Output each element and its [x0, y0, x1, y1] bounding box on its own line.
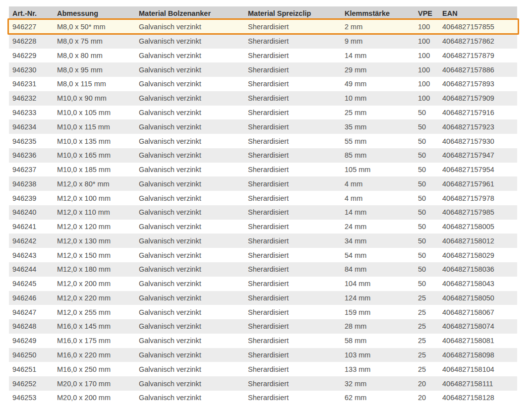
cell-ean: 4064827158029 — [439, 248, 517, 262]
table-row-946231[interactable]: 946231M8,0 x 115 mmGalvanisch verzinktSh… — [9, 77, 517, 91]
cell-abmessung: M16,0 x 145 mm — [54, 319, 135, 334]
cell-ean: 4064827157978 — [439, 191, 517, 205]
cell-abmessung: M12,0 x 200 mm — [54, 277, 135, 291]
cell-vpe: 50 — [414, 119, 439, 134]
cell-vpe: 50 — [414, 277, 439, 291]
cell-art_nr: 946228 — [9, 34, 54, 49]
table-row-946230[interactable]: 946230M8,0 x 95 mmGalvanisch verzinktShe… — [9, 62, 517, 77]
cell-ean: 4064827157893 — [439, 77, 517, 91]
cell-abmessung: M10,0 x 105 mm — [54, 106, 135, 120]
cell-art_nr: 946236 — [9, 148, 54, 163]
cell-ean: 4064827157909 — [439, 91, 517, 106]
cell-material_bolzenanker: Galvanisch verzinkt — [135, 262, 244, 277]
cell-abmessung: M12,0 x 80* mm — [54, 176, 135, 191]
column-header-material_bolzenanker: Material Bolzenanker — [135, 6, 244, 20]
cell-vpe: 100 — [414, 34, 439, 49]
cell-material_spreizclip: Sherardisiert — [244, 348, 341, 362]
column-header-ean: EAN — [439, 6, 517, 20]
cell-art_nr: 946235 — [9, 134, 54, 148]
table-row-946247[interactable]: 946247M12,0 x 255 mmGalvanisch verzinktS… — [9, 305, 517, 319]
cell-material_spreizclip: Sherardisiert — [244, 277, 341, 291]
cell-ean: 4064827157947 — [439, 148, 517, 163]
cell-klemmstaerke: 14 mm — [341, 205, 414, 220]
cell-art_nr: 946246 — [9, 291, 54, 305]
cell-art_nr: 946240 — [9, 205, 54, 220]
table-row-946242[interactable]: 946242M12,0 x 130 mmGalvanisch verzinktS… — [9, 234, 517, 248]
table-row-946249[interactable]: 946249M16,0 x 175 mmGalvanisch verzinktS… — [9, 334, 517, 348]
cell-material_bolzenanker: Galvanisch verzinkt — [135, 234, 244, 248]
cell-material_spreizclip: Sherardisiert — [244, 49, 341, 63]
cell-abmessung: M10,0 x 185 mm — [54, 163, 135, 177]
table-row-946235[interactable]: 946235M10,0 x 135 mmGalvanisch verzinktS… — [9, 134, 517, 148]
cell-abmessung: M12,0 x 100 mm — [54, 191, 135, 205]
cell-klemmstaerke: 84 mm — [341, 262, 414, 277]
cell-abmessung: M10,0 x 165 mm — [54, 148, 135, 163]
cell-material_bolzenanker: Galvanisch verzinkt — [135, 277, 244, 291]
cell-abmessung: M12,0 x 150 mm — [54, 248, 135, 262]
cell-klemmstaerke: 35 mm — [341, 119, 414, 134]
cell-vpe: 100 — [414, 49, 439, 63]
cell-abmessung: M16,0 x 175 mm — [54, 334, 135, 348]
cell-art_nr: 946253 — [9, 391, 54, 405]
table-row-946252[interactable]: 946252M20,0 x 170 mmGalvanisch verzinktS… — [9, 376, 517, 391]
table-row-946245[interactable]: 946245M12,0 x 200 mmGalvanisch verzinktS… — [9, 277, 517, 291]
table-row-946228[interactable]: 946228M8,0 x 75 mmGalvanisch verzinktShe… — [9, 34, 517, 49]
table-row-946237[interactable]: 946237M10,0 x 185 mmGalvanisch verzinktS… — [9, 163, 517, 177]
cell-material_bolzenanker: Galvanisch verzinkt — [135, 248, 244, 262]
cell-material_bolzenanker: Galvanisch verzinkt — [135, 49, 244, 63]
table-row-946238[interactable]: 946238M12,0 x 80* mmGalvanisch verzinktS… — [9, 176, 517, 191]
table-row-946240[interactable]: 946240M12,0 x 110 mmGalvanisch verzinktS… — [9, 205, 517, 220]
cell-material_spreizclip: Sherardisiert — [244, 34, 341, 49]
cell-abmessung: M8,0 x 115 mm — [54, 77, 135, 91]
table-row-946241[interactable]: 946241M12,0 x 120 mmGalvanisch verzinktS… — [9, 220, 517, 234]
column-header-abmessung: Abmessung — [54, 6, 135, 20]
cell-material_spreizclip: Sherardisiert — [244, 234, 341, 248]
cell-material_spreizclip: Sherardisiert — [244, 376, 341, 391]
cell-abmessung: M16,0 x 250 mm — [54, 362, 135, 376]
cell-art_nr: 946241 — [9, 220, 54, 234]
cell-material_spreizclip: Sherardisiert — [244, 220, 341, 234]
table-row-946236[interactable]: 946236M10,0 x 165 mmGalvanisch verzinktS… — [9, 148, 517, 163]
table-row-946229[interactable]: 946229M8,0 x 80 mmGalvanisch verzinktShe… — [9, 49, 517, 63]
cell-material_bolzenanker: Galvanisch verzinkt — [135, 134, 244, 148]
cell-vpe: 25 — [414, 334, 439, 348]
cell-art_nr: 946248 — [9, 319, 54, 334]
cell-ean: 4064827157961 — [439, 176, 517, 191]
cell-ean: 4064827157886 — [439, 62, 517, 77]
cell-ean: 4064827157923 — [439, 119, 517, 134]
table-row-946233[interactable]: 946233M10,0 x 105 mmGalvanisch verzinktS… — [9, 106, 517, 120]
cell-material_spreizclip: Sherardisiert — [244, 248, 341, 262]
cell-vpe: 25 — [414, 362, 439, 376]
table-row-946248[interactable]: 946248M16,0 x 145 mmGalvanisch verzinktS… — [9, 319, 517, 334]
cell-material_spreizclip: Sherardisiert — [244, 319, 341, 334]
cell-art_nr: 946231 — [9, 77, 54, 91]
table-row-946246[interactable]: 946246M12,0 x 220 mmGalvanisch verzinktS… — [9, 291, 517, 305]
cell-abmessung: M12,0 x 130 mm — [54, 234, 135, 248]
cell-klemmstaerke: 24 mm — [341, 220, 414, 234]
cell-material_spreizclip: Sherardisiert — [244, 106, 341, 120]
cell-material_bolzenanker: Galvanisch verzinkt — [135, 106, 244, 120]
cell-ean: 4064827157862 — [439, 34, 517, 49]
cell-klemmstaerke: 124 mm — [341, 291, 414, 305]
table-row-946253[interactable]: 946253M20,0 x 200 mmGalvanisch verzinktS… — [9, 391, 517, 405]
table-row-946234[interactable]: 946234M10,0 x 115 mmGalvanisch verzinktS… — [9, 119, 517, 134]
cell-abmessung: M20,0 x 170 mm — [54, 376, 135, 391]
table-row-946251[interactable]: 946251M16,0 x 250 mmGalvanisch verzinktS… — [9, 362, 517, 376]
table-row-946227[interactable]: 946227M8,0 x 50* mmGalvanisch verzinktSh… — [9, 20, 517, 34]
column-header-vpe: VPE — [414, 6, 439, 20]
cell-ean: 4064827158043 — [439, 277, 517, 291]
cell-klemmstaerke: 133 mm — [341, 362, 414, 376]
table-row-946239[interactable]: 946239M12,0 x 100 mmGalvanisch verzinktS… — [9, 191, 517, 205]
table-row-946232[interactable]: 946232M10,0 x 90 mmGalvanisch verzinktSh… — [9, 91, 517, 106]
cell-klemmstaerke: 104 mm — [341, 277, 414, 291]
cell-material_spreizclip: Sherardisiert — [244, 262, 341, 277]
table-row-946250[interactable]: 946250M16,0 x 220 mmGalvanisch verzinktS… — [9, 348, 517, 362]
table-row-946243[interactable]: 946243M12,0 x 150 mmGalvanisch verzinktS… — [9, 248, 517, 262]
cell-material_bolzenanker: Galvanisch verzinkt — [135, 34, 244, 49]
cell-material_spreizclip: Sherardisiert — [244, 62, 341, 77]
cell-material_spreizclip: Sherardisiert — [244, 77, 341, 91]
cell-material_bolzenanker: Galvanisch verzinkt — [135, 176, 244, 191]
cell-klemmstaerke: 62 mm — [341, 391, 414, 405]
table-row-946244[interactable]: 946244M12,0 x 180 mmGalvanisch verzinktS… — [9, 262, 517, 277]
cell-abmessung: M10,0 x 90 mm — [54, 91, 135, 106]
